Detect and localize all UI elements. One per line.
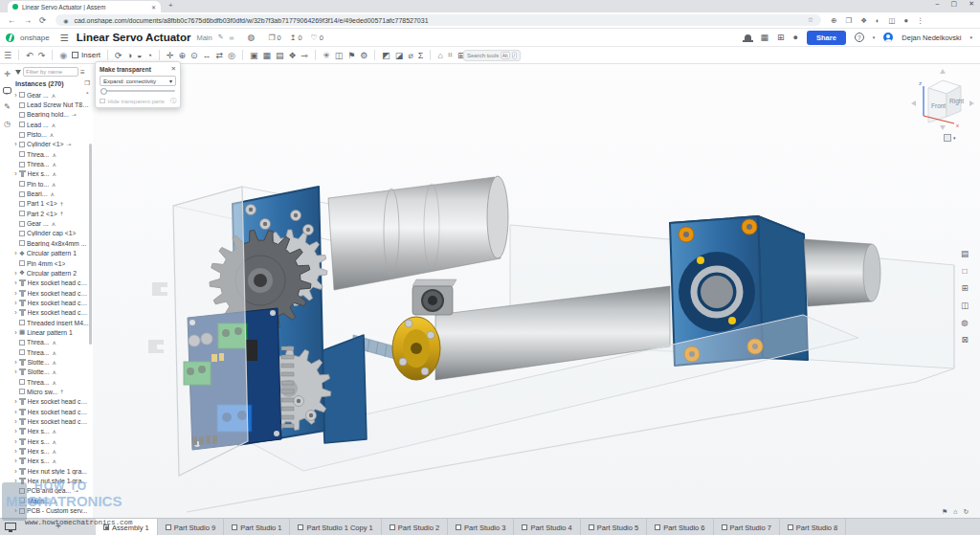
notifications-bell-icon[interactable] <box>745 34 751 41</box>
expand-arrow-icon[interactable]: › <box>12 309 19 316</box>
grid-icon[interactable]: ▦ <box>760 33 768 42</box>
housing-left-face[interactable] <box>148 187 248 476</box>
tab-part-studio-7[interactable]: Part Studio 7 <box>714 519 780 535</box>
expand-arrow-icon[interactable]: › <box>12 398 19 405</box>
instance-row[interactable]: ›Hex s...⋏ <box>12 446 89 456</box>
instance-row[interactable]: Threaded insert M4... <box>12 318 89 327</box>
material-icon[interactable]: ◍ <box>961 318 968 327</box>
sheet-icon[interactable]: ⌂ <box>437 51 442 60</box>
instance-row[interactable]: Beari...⋏ <box>12 189 89 198</box>
dc-motor[interactable] <box>328 176 508 290</box>
expand-arrow-icon[interactable]: › <box>12 478 19 484</box>
panel-toggle-icon[interactable]: ☰ <box>4 51 11 60</box>
expand-arrow-icon[interactable]: › <box>12 170 19 177</box>
instance-row[interactable]: ›Hex socket head ca... <box>12 308 89 318</box>
revolute-mate-icon[interactable]: ⊙ <box>190 51 198 60</box>
instance-row[interactable]: Threa...⋏ <box>12 338 89 347</box>
expand-arrow-icon[interactable]: › <box>12 329 19 336</box>
theme-icon[interactable]: ● <box>904 16 909 25</box>
instance-row[interactable]: Lead ...⋏ <box>12 120 89 129</box>
instance-row[interactable]: Pin 4mm <1> <box>12 258 89 268</box>
back-button[interactable]: ← <box>8 15 16 25</box>
instance-row[interactable]: Cylinder cap <1> <box>12 229 89 238</box>
bearing-holder[interactable] <box>412 279 457 315</box>
instance-row[interactable]: ›❖Circular pattern 2 <box>12 268 89 278</box>
hamburger-menu-icon[interactable]: ☰ <box>60 33 69 43</box>
tab-group-icon[interactable]: ❐ <box>845 16 852 25</box>
help-icon[interactable]: ? <box>855 33 864 42</box>
hide-parts-checkbox[interactable] <box>100 99 105 104</box>
mass-properties-icon[interactable]: Σ <box>418 51 424 60</box>
export-icon[interactable]: ⊠ <box>961 335 968 345</box>
snapshot-icon[interactable]: ◫ <box>335 51 344 60</box>
comments-icon[interactable] <box>3 87 11 94</box>
tab-part-studio-5[interactable]: Part Studio 5 <box>581 519 647 535</box>
linear-pattern-icon[interactable]: ▤ <box>276 51 284 60</box>
instance-row[interactable]: Threa...⋏ <box>12 149 89 159</box>
instance-row[interactable]: Lead Screw Nut T8 ... <box>12 100 89 109</box>
instance-row[interactable]: ›Slotte...⋏ <box>12 357 89 367</box>
home-icon[interactable]: ⌂ <box>953 508 957 516</box>
view-home-button[interactable]: ▾ <box>944 134 956 142</box>
instance-row[interactable]: Bearing 4x8x4mm ... <box>12 238 89 248</box>
window-close-button[interactable]: ✕ <box>969 0 974 8</box>
view-cube[interactable]: Front Right z x <box>907 67 980 136</box>
share-button[interactable]: Share <box>807 31 846 45</box>
link-icon[interactable]: ∞ <box>230 34 234 41</box>
instance-row[interactable]: Bearing hold...⊸ <box>12 110 89 120</box>
config-panel-icon[interactable]: ▤ <box>961 249 969 258</box>
display-states-icon[interactable]: ◩ <box>382 51 390 60</box>
rod-end[interactable] <box>804 239 880 306</box>
bookmark-star-icon[interactable]: ☆ <box>808 16 813 24</box>
user-menu-caret-icon[interactable]: ▾ <box>969 34 972 40</box>
expand-arrow-icon[interactable]: › <box>12 300 19 306</box>
instance-row[interactable]: ›Hex s...⋏ <box>12 169 89 179</box>
instance-row[interactable]: Part 1 <1>† <box>12 199 89 209</box>
wireframe-icon[interactable]: ◔ <box>146 51 151 60</box>
named-positions-icon[interactable]: ⚑ <box>347 51 355 60</box>
instance-row[interactable]: ›Hex s...⋏ <box>12 457 89 466</box>
slider-knob[interactable] <box>100 88 107 95</box>
insert-button[interactable]: Insert <box>72 51 100 59</box>
edit-icon[interactable]: ✎ <box>4 102 11 111</box>
flag-icon[interactable]: ⚑ <box>942 508 947 516</box>
expand-arrow-icon[interactable]: › <box>12 141 19 147</box>
undo-button[interactable]: ↶ <box>26 51 33 60</box>
instance-row[interactable]: ›Hex nut style 1 gra... <box>12 476 89 485</box>
filter-input[interactable]: Filter by name <box>23 67 78 77</box>
instance-row[interactable]: Pin to...⋏ <box>12 179 89 189</box>
onshape-logo-icon[interactable] <box>6 33 14 42</box>
measure-icon[interactable]: ⌀ <box>408 51 412 60</box>
settings-icon[interactable]: ⚙ <box>360 51 368 60</box>
help-caret-icon[interactable]: ▾ <box>873 34 876 40</box>
instance-row[interactable]: ›Hex socket head ca... <box>12 397 89 407</box>
explode-icon[interactable]: ✳ <box>323 51 330 60</box>
group-icon[interactable]: ▣ <box>250 51 258 60</box>
rename-icon[interactable]: ✎ <box>218 33 224 41</box>
versions-icon[interactable]: ❐0 <box>268 33 280 42</box>
shaded-view-icon[interactable]: ◑ <box>127 51 132 60</box>
bom-icon[interactable]: ⊞ <box>961 283 968 293</box>
instance-row[interactable]: ›Hex socket head ca... <box>12 288 89 298</box>
rotate-view-icon[interactable]: ⟳ <box>115 51 122 60</box>
window-maximize-button[interactable]: ▢ <box>951 0 958 8</box>
url-text[interactable]: cad.onshape.com/documents/a8fbb0c7675d6b… <box>74 17 801 24</box>
instance-row[interactable]: Magn...⋏ <box>12 496 89 505</box>
expand-arrow-icon[interactable]: › <box>12 468 19 475</box>
instance-row[interactable]: ›Hex socket head ca... <box>12 416 89 426</box>
circular-pattern-icon[interactable]: ❖ <box>289 51 297 60</box>
expand-arrow-icon[interactable]: › <box>12 279 19 286</box>
add-tab-button[interactable]: + <box>56 521 61 531</box>
panel-menu-icon[interactable]: ≡ <box>80 68 85 77</box>
expand-arrow-icon[interactable]: › <box>12 418 19 425</box>
mate-connector-icon[interactable]: ⊸ <box>301 51 309 60</box>
slider-mate-icon[interactable]: ↔ <box>203 51 212 60</box>
hidden-edges-icon[interactable]: ◒ <box>137 51 142 60</box>
expand-dropdown[interactable]: Expand: connectivity ▾ <box>100 76 176 86</box>
instance-row[interactable]: Threa...⋏ <box>12 347 89 357</box>
gearbox-housing[interactable] <box>321 335 367 443</box>
instance-row[interactable]: ›Hex nut style 1 gra... <box>12 466 89 476</box>
instance-row[interactable]: Threa...⋏ <box>12 377 89 387</box>
fastened-mate-icon[interactable]: ⊕ <box>178 51 186 60</box>
mate-icon[interactable]: ✛ <box>167 51 174 60</box>
